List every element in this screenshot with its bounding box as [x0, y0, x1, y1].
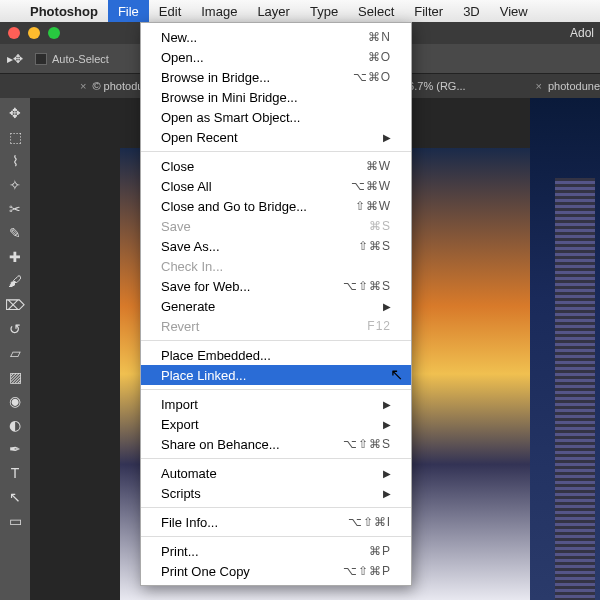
- menu-item-label: Scripts: [161, 486, 201, 501]
- gradient-tool[interactable]: ▨: [3, 366, 27, 388]
- stamp-tool[interactable]: ⌦: [3, 294, 27, 316]
- menu-item-close[interactable]: Close⌘W: [141, 156, 411, 176]
- menubar-type[interactable]: Type: [300, 0, 348, 22]
- move-tool[interactable]: ✥: [3, 102, 27, 124]
- menu-item-place-linked[interactable]: Place Linked...: [141, 365, 411, 385]
- menu-item-label: Open as Smart Object...: [161, 110, 300, 125]
- menubar-image[interactable]: Image: [191, 0, 247, 22]
- menu-item-browse-in-bridge[interactable]: Browse in Bridge...⌥⌘O: [141, 67, 411, 87]
- menu-shortcut: ⌥⌘O: [353, 70, 391, 84]
- menu-separator: [141, 507, 411, 508]
- menu-item-label: Share on Behance...: [161, 437, 280, 452]
- minimize-window-button[interactable]: [28, 27, 40, 39]
- menu-shortcut: ⌘N: [368, 30, 391, 44]
- menu-shortcut: ⇧⌘S: [358, 239, 391, 253]
- app-title-text: Adol: [570, 26, 600, 40]
- close-window-button[interactable]: [8, 27, 20, 39]
- menu-item-label: Check In...: [161, 259, 223, 274]
- menu-separator: [141, 340, 411, 341]
- menubar-layer[interactable]: Layer: [247, 0, 300, 22]
- menubar-edit[interactable]: Edit: [149, 0, 191, 22]
- menu-item-automate[interactable]: Automate▶: [141, 463, 411, 483]
- menu-item-label: Automate: [161, 466, 217, 481]
- menu-item-generate[interactable]: Generate▶: [141, 296, 411, 316]
- document-canvas[interactable]: [530, 98, 600, 600]
- menu-item-print[interactable]: Print...⌘P: [141, 541, 411, 561]
- menu-separator: [141, 458, 411, 459]
- menu-item-save-for-web[interactable]: Save for Web...⌥⇧⌘S: [141, 276, 411, 296]
- menu-item-label: Export: [161, 417, 199, 432]
- dodge-tool[interactable]: ◐: [3, 414, 27, 436]
- menu-separator: [141, 151, 411, 152]
- menu-shortcut: F12: [367, 319, 391, 333]
- menu-item-import[interactable]: Import▶: [141, 394, 411, 414]
- menu-item-label: Save As...: [161, 239, 220, 254]
- menu-item-label: Save: [161, 219, 191, 234]
- cursor-icon: ↖: [390, 365, 403, 384]
- menu-item-label: Browse in Bridge...: [161, 70, 270, 85]
- heal-tool[interactable]: ✚: [3, 246, 27, 268]
- menu-item-open-as-smart-object[interactable]: Open as Smart Object...: [141, 107, 411, 127]
- menu-item-close-and-go-to-bridge[interactable]: Close and Go to Bridge...⇧⌘W: [141, 196, 411, 216]
- menubar-filter[interactable]: Filter: [404, 0, 453, 22]
- submenu-arrow-icon: ▶: [383, 132, 391, 143]
- menu-shortcut: ⌘W: [366, 159, 391, 173]
- brush-tool[interactable]: 🖌: [3, 270, 27, 292]
- menu-item-scripts[interactable]: Scripts▶: [141, 483, 411, 503]
- pen-tool[interactable]: ✒: [3, 438, 27, 460]
- wand-tool[interactable]: ✧: [3, 174, 27, 196]
- window-controls: [0, 27, 60, 39]
- eraser-tool[interactable]: ▱: [3, 342, 27, 364]
- document-tab[interactable]: × photodune: [536, 80, 600, 92]
- tab-close-icon[interactable]: ×: [80, 80, 86, 92]
- menubar-app-name[interactable]: Photoshop: [20, 0, 108, 22]
- menu-item-label: Place Embedded...: [161, 348, 271, 363]
- zoom-window-button[interactable]: [48, 27, 60, 39]
- menubar-select[interactable]: Select: [348, 0, 404, 22]
- menu-item-close-all[interactable]: Close All⌥⌘W: [141, 176, 411, 196]
- tab-close-icon[interactable]: ×: [536, 80, 542, 92]
- menubar-file[interactable]: File: [108, 0, 149, 22]
- menu-item-label: Open...: [161, 50, 204, 65]
- crop-tool[interactable]: ✂: [3, 198, 27, 220]
- menu-item-label: Browse in Mini Bridge...: [161, 90, 298, 105]
- menu-item-browse-in-mini-bridge[interactable]: Browse in Mini Bridge...: [141, 87, 411, 107]
- menu-item-open-recent[interactable]: Open Recent▶: [141, 127, 411, 147]
- marquee-tool[interactable]: ⬚: [3, 126, 27, 148]
- image-content: [555, 178, 595, 600]
- menu-item-label: Close: [161, 159, 194, 174]
- menubar-view[interactable]: View: [490, 0, 538, 22]
- menu-shortcut: ⌥⇧⌘S: [343, 437, 391, 451]
- menu-item-label: Print One Copy: [161, 564, 250, 579]
- menu-item-label: Generate: [161, 299, 215, 314]
- mac-menubar: Photoshop File Edit Image Layer Type Sel…: [0, 0, 600, 22]
- eyedropper-tool[interactable]: ✎: [3, 222, 27, 244]
- submenu-arrow-icon: ▶: [383, 488, 391, 499]
- tool-preset-icon[interactable]: ▸✥: [0, 52, 30, 66]
- menubar-3d[interactable]: 3D: [453, 0, 490, 22]
- menu-item-file-info[interactable]: File Info...⌥⇧⌘I: [141, 512, 411, 532]
- tab-label: photodune: [548, 80, 600, 92]
- history-tool[interactable]: ↺: [3, 318, 27, 340]
- menu-item-new[interactable]: New...⌘N: [141, 27, 411, 47]
- auto-select-label: Auto-Select: [52, 53, 109, 65]
- menu-item-label: File Info...: [161, 515, 218, 530]
- menu-item-place-embedded[interactable]: Place Embedded...: [141, 345, 411, 365]
- menu-item-label: Import: [161, 397, 198, 412]
- menu-item-export[interactable]: Export▶: [141, 414, 411, 434]
- menu-item-label: Print...: [161, 544, 199, 559]
- menu-item-open[interactable]: Open...⌘O: [141, 47, 411, 67]
- menu-item-share-on-behance[interactable]: Share on Behance...⌥⇧⌘S: [141, 434, 411, 454]
- shape-tool[interactable]: ▭: [3, 510, 27, 532]
- type-tool[interactable]: T: [3, 462, 27, 484]
- blur-tool[interactable]: ◉: [3, 390, 27, 412]
- auto-select-checkbox[interactable]: [35, 53, 47, 65]
- menu-item-save-as[interactable]: Save As...⇧⌘S: [141, 236, 411, 256]
- menu-item-print-one-copy[interactable]: Print One Copy⌥⇧⌘P: [141, 561, 411, 581]
- lasso-tool[interactable]: ⌇: [3, 150, 27, 172]
- menu-shortcut: ⌘O: [368, 50, 391, 64]
- menu-shortcut: ⌥⌘W: [351, 179, 391, 193]
- menu-separator: [141, 536, 411, 537]
- path-tool[interactable]: ↖: [3, 486, 27, 508]
- menu-item-save: Save⌘S: [141, 216, 411, 236]
